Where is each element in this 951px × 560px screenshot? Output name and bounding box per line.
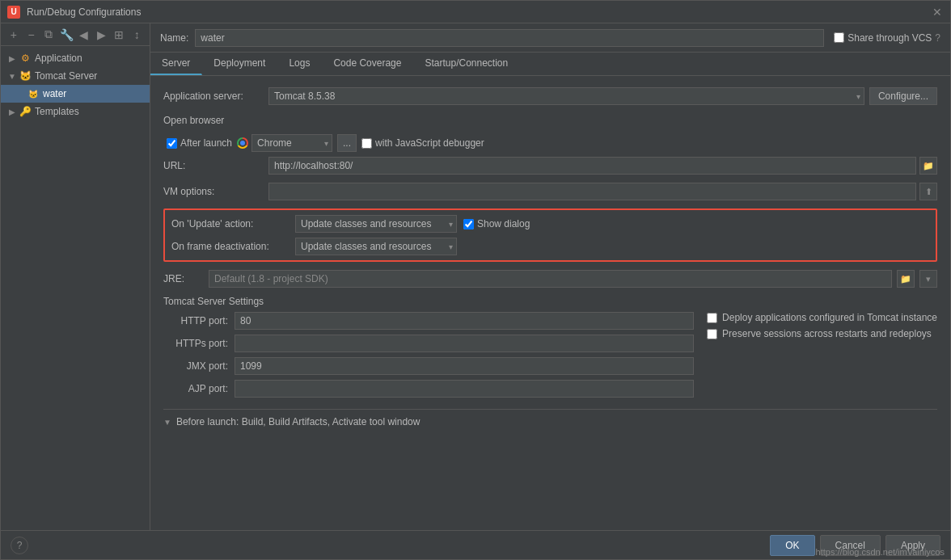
move-down-button[interactable]: ▶ xyxy=(94,27,110,43)
dialog-title: Run/Debug Configurations xyxy=(27,6,931,18)
move-up-button[interactable]: ◀ xyxy=(76,27,92,43)
url-folder-button[interactable]: 📁 xyxy=(919,157,937,175)
right-panel: Name: Share through VCS ? Server Deploym… xyxy=(150,23,950,530)
templates-label: Templates xyxy=(35,106,79,117)
jmx-port-label: JMX port: xyxy=(163,360,228,372)
jre-dropdown-button[interactable]: ▾ xyxy=(919,270,937,288)
settings-button[interactable]: 🔧 xyxy=(58,27,74,43)
jmx-port-input[interactable] xyxy=(235,357,694,375)
show-dialog-checkbox[interactable] xyxy=(463,219,474,229)
application-label: Application xyxy=(35,53,82,64)
url-input[interactable] xyxy=(268,157,916,175)
browser-select-wrapper: Chrome Firefox Edge xyxy=(237,134,332,152)
app-server-select[interactable]: Tomcat 8.5.38 xyxy=(268,87,864,105)
on-frame-row: On frame deactivation: Update classes an… xyxy=(171,238,929,255)
sort2-button[interactable]: ↕ xyxy=(129,27,145,43)
templates-icon: 🔑 xyxy=(19,105,32,118)
close-button[interactable]: ✕ xyxy=(931,6,944,19)
sidebar-toolbar: + − ⧉ 🔧 ◀ ▶ ⊞ ↕ xyxy=(1,23,150,46)
jre-input[interactable] xyxy=(209,270,892,288)
deploy-checkbox[interactable] xyxy=(707,313,717,323)
tomcat-checkboxes: Deploy applications configured in Tomcat… xyxy=(707,312,937,398)
https-port-input[interactable] xyxy=(235,335,694,352)
copy-config-button[interactable]: ⧉ xyxy=(41,27,57,43)
preserve-checkbox-label: Preserve sessions across restarts and re… xyxy=(707,328,937,339)
vm-options-row: VM options: ⬆ xyxy=(163,183,937,200)
js-debugger-checkbox[interactable] xyxy=(361,138,372,149)
app-server-row: Application server: Tomcat 8.5.38 Config… xyxy=(163,86,937,107)
name-input[interactable] xyxy=(195,29,824,47)
on-frame-select[interactable]: Update classes and resources Restart ser… xyxy=(295,238,457,255)
js-debugger-label: with JavaScript debugger xyxy=(361,137,484,149)
ajp-port-input[interactable] xyxy=(235,380,694,398)
main-content: + − ⧉ 🔧 ◀ ▶ ⊞ ↕ ▶ ⚙ Application ▼ xyxy=(1,23,950,530)
jmx-port-row: JMX port: xyxy=(163,357,694,375)
panel-content: Application server: Tomcat 8.5.38 Config… xyxy=(150,76,950,530)
js-debugger-text: with JavaScript debugger xyxy=(375,137,484,149)
sidebar-item-templates[interactable]: ▶ 🔑 Templates xyxy=(1,103,150,120)
name-bar: Name: Share through VCS ? xyxy=(150,23,950,53)
open-browser-section: Open browser After launch Chrome Firef xyxy=(163,115,937,175)
port-fields: HTTP port: HTTPs port: JMX port: xyxy=(163,312,694,398)
browser-more-button[interactable]: ... xyxy=(337,134,357,152)
https-port-label: HTTPs port: xyxy=(163,338,228,349)
after-launch-checkbox[interactable] xyxy=(167,138,177,149)
on-update-row: On 'Update' action: Update classes and r… xyxy=(171,215,929,233)
application-arrow: ▶ xyxy=(7,53,17,63)
add-config-button[interactable]: + xyxy=(6,27,22,43)
sidebar-item-water[interactable]: 🐱 water xyxy=(1,85,150,103)
tab-startup-connection[interactable]: Startup/Connection xyxy=(413,53,520,75)
on-frame-label: On frame deactivation: xyxy=(171,241,289,252)
title-bar: U Run/Debug Configurations ✕ xyxy=(1,1,950,23)
share-vcs-checkbox[interactable] xyxy=(834,32,844,43)
vm-options-label: VM options: xyxy=(163,186,268,197)
ok-button[interactable]: OK xyxy=(770,535,814,556)
deploy-label: Deploy applications configured in Tomcat… xyxy=(722,312,937,323)
configure-button[interactable]: Configure... xyxy=(869,87,937,105)
browser-dropdown[interactable]: Chrome Firefox Edge xyxy=(251,134,332,152)
after-launch-text: After launch xyxy=(180,137,232,149)
tab-code-coverage[interactable]: Code Coverage xyxy=(322,53,413,75)
tomcat-settings-label: Tomcat Server Settings xyxy=(163,296,937,307)
help-button[interactable]: ? xyxy=(11,537,28,554)
app-server-label: Application server: xyxy=(163,91,268,102)
tomcat-arrow: ▼ xyxy=(7,71,17,81)
sidebar-item-tomcat-server[interactable]: ▼ 🐱 Tomcat Server xyxy=(1,67,150,85)
https-port-row: HTTPs port: xyxy=(163,335,694,352)
show-dialog-label: Show dialog xyxy=(463,218,530,229)
http-port-input[interactable] xyxy=(235,312,694,330)
chrome-icon xyxy=(237,137,248,149)
tab-deployment[interactable]: Deployment xyxy=(202,53,277,75)
share-vcs-container: Share through VCS ? xyxy=(834,32,940,44)
app-server-select-wrapper: Tomcat 8.5.38 xyxy=(268,87,864,105)
vm-options-input[interactable] xyxy=(268,183,916,200)
jre-folder-button[interactable]: 📁 xyxy=(897,270,915,288)
sort-button[interactable]: ⊞ xyxy=(112,27,128,43)
tomcat-icon: 🐱 xyxy=(19,69,32,82)
tabs: Server Deployment Logs Code Coverage Sta… xyxy=(150,53,950,76)
url-label: URL: xyxy=(163,160,268,171)
after-launch-checkbox-label: After launch xyxy=(167,137,232,149)
ajp-port-label: AJP port: xyxy=(163,383,228,394)
water-icon: 🐱 xyxy=(27,87,40,100)
tab-logs[interactable]: Logs xyxy=(277,53,322,75)
open-browser-label: Open browser xyxy=(163,115,937,126)
sidebar-item-application[interactable]: ▶ ⚙ Application xyxy=(1,49,150,67)
on-update-select-wrapper: Update classes and resources Restart ser… xyxy=(295,215,457,233)
bottom-bar: ? OK Cancel Apply xyxy=(1,530,950,559)
name-label: Name: xyxy=(160,32,188,44)
on-update-select[interactable]: Update classes and resources Restart ser… xyxy=(295,215,457,233)
http-port-row: HTTP port: xyxy=(163,312,694,330)
tomcat-settings-section: Tomcat Server Settings HTTP port: HTTPs … xyxy=(163,296,937,398)
remove-config-button[interactable]: − xyxy=(23,27,40,43)
preserve-label: Preserve sessions across restarts and re… xyxy=(722,328,932,339)
vm-expand-button[interactable]: ⬆ xyxy=(919,183,937,200)
preserve-checkbox[interactable] xyxy=(707,329,717,339)
before-launch-section: ▼ Before launch: Build, Build Artifacts,… xyxy=(163,409,937,427)
share-vcs-help-icon[interactable]: ? xyxy=(935,32,940,44)
http-port-label: HTTP port: xyxy=(163,315,228,326)
tab-server[interactable]: Server xyxy=(150,53,202,75)
after-launch-row: After launch Chrome Firefox Edge xyxy=(163,134,937,152)
before-launch-header[interactable]: ▼ Before launch: Build, Build Artifacts,… xyxy=(163,416,937,427)
sidebar: + − ⧉ 🔧 ◀ ▶ ⊞ ↕ ▶ ⚙ Application ▼ xyxy=(1,23,150,530)
